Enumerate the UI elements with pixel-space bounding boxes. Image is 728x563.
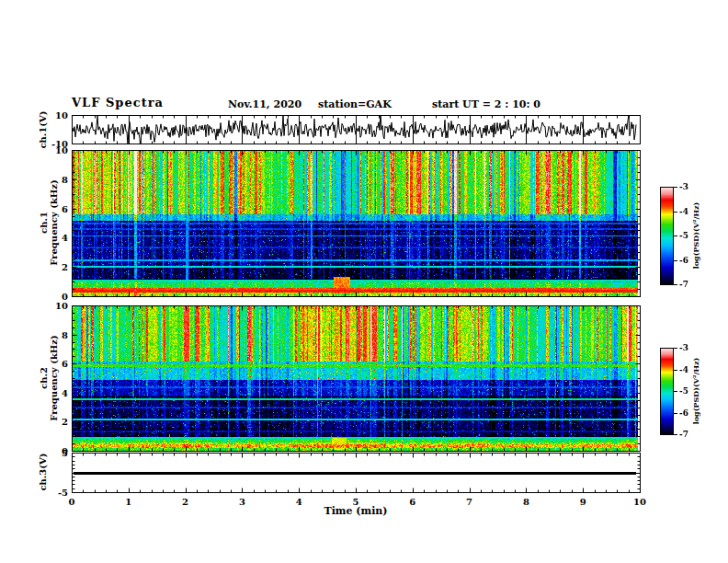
x-tick-label: 4 <box>285 497 313 507</box>
y-tick-label: 6 <box>37 359 68 369</box>
colorbar-tick-mark <box>673 348 677 349</box>
colorbar-tick-label: -7 <box>679 280 688 289</box>
colorbar-tick-mark <box>673 187 677 188</box>
y-tick-label: 5 <box>37 448 68 458</box>
x-tick-label: 2 <box>172 497 199 507</box>
colorbar-tick-mark <box>673 260 677 261</box>
colorbar2-canvas <box>660 348 674 435</box>
y-tick-label: 6 <box>37 204 68 214</box>
y-tick-label: -5 <box>37 488 68 498</box>
y-tick-label: 4 <box>37 388 68 398</box>
vlf-spectra-figure: VLF Spectra Nov.11, 2020 station=GAK sta… <box>0 0 728 563</box>
colorbar-tick-mark <box>673 212 677 213</box>
colorbar1-canvas <box>660 187 674 285</box>
colorbar-tick-label: -6 <box>679 256 688 265</box>
ch1-frequency-axis-label-line2: Frequency (kHz) <box>49 179 59 265</box>
colorbar-tick-label: -3 <box>679 343 688 352</box>
x-tick-label: 8 <box>512 497 540 507</box>
ch1-frequency-axis-label: ch.1 Frequency (kHz) <box>39 179 59 265</box>
colorbar-tick-label: -5 <box>679 386 688 396</box>
x-tick-label: 7 <box>456 497 483 507</box>
ch2-frequency-axis-label-line2: Frequency (kHz) <box>49 335 59 420</box>
x-tick-label: 5 <box>342 497 370 507</box>
colorbar-tick-mark <box>673 391 677 392</box>
x-tick-label: 3 <box>228 497 256 507</box>
colorbar-tick-label: -3 <box>679 182 688 191</box>
y-tick-label: 10 <box>37 145 68 155</box>
y-tick-label: 4 <box>37 233 68 243</box>
y-tick-label: 2 <box>37 417 68 427</box>
ch2-frequency-axis-label-line1: ch.2 <box>39 335 49 420</box>
colorbar-tick-mark <box>673 434 677 435</box>
x-tick-label: 1 <box>115 497 142 507</box>
colorbar-tick-label: -4 <box>679 365 688 374</box>
figure-date: Nov.11, 2020 <box>228 98 301 110</box>
x-tick-label: 6 <box>399 497 427 507</box>
figure-title: VLF Spectra <box>72 96 164 109</box>
colorbar2-label: log(PSD)(V²/Hz) <box>691 358 701 425</box>
colorbar-tick-mark <box>673 284 677 285</box>
ch3-voltage-axis-label: ch.3(V) <box>38 453 48 490</box>
start-ut-label: start UT = 2 : 10: 0 <box>432 98 540 110</box>
x-tick-label: 10 <box>626 497 654 507</box>
x-tick-label: 0 <box>58 497 85 507</box>
colorbar-tick-label: -6 <box>679 408 688 418</box>
ch2-frequency-axis-label: ch.2 Frequency (kHz) <box>39 335 59 420</box>
colorbar-tick-label: -4 <box>679 207 688 216</box>
y-tick-label: 10 <box>37 301 68 311</box>
y-tick-label: 8 <box>37 175 68 185</box>
colorbar1-label: log(PSD)(V²/Hz) <box>691 202 701 270</box>
y-tick-label: 10 <box>37 110 68 121</box>
y-tick-label: 8 <box>37 330 68 340</box>
ch3-waveform-canvas <box>72 453 641 493</box>
station-label: station=GAK <box>318 98 392 110</box>
ch1-frequency-axis-label-line1: ch.1 <box>39 179 49 265</box>
colorbar-tick-mark <box>673 236 677 236</box>
y-tick-label: 2 <box>37 262 68 272</box>
ch2-spectrogram-canvas <box>72 305 641 452</box>
ch1-waveform-canvas <box>72 115 641 144</box>
ch1-spectrogram-canvas <box>72 150 641 297</box>
colorbar-tick-label: -7 <box>679 430 688 439</box>
colorbar-tick-label: -5 <box>679 231 688 240</box>
x-tick-label: 9 <box>569 497 597 507</box>
colorbar-tick-mark <box>673 413 677 414</box>
colorbar-tick-mark <box>673 370 677 371</box>
